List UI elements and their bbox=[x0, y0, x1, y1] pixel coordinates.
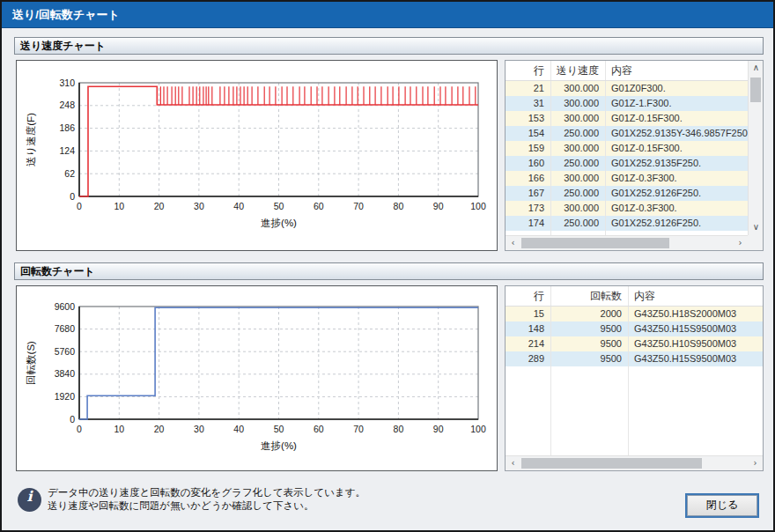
filler-cell bbox=[506, 366, 551, 455]
scrollbar-corner bbox=[748, 235, 763, 250]
horizontal-scroll-thumb[interactable] bbox=[521, 238, 669, 248]
svg-text:20: 20 bbox=[154, 201, 165, 211]
dialog-title: 送り/回転数チャート bbox=[2, 2, 773, 28]
svg-text:40: 40 bbox=[233, 201, 244, 211]
cell-content: G01X252.9126F250. bbox=[606, 186, 748, 201]
table-row[interactable]: 166300.000G01Z-0.3F300. bbox=[506, 171, 748, 186]
svg-text:40: 40 bbox=[233, 424, 244, 434]
feed-table-panel: 行送り速度内容21300.000G01Z0F300.31300.000G01Z-… bbox=[505, 60, 764, 251]
feed-table-horizontal-scrollbar[interactable]: ‹ › bbox=[506, 235, 748, 250]
svg-text:50: 50 bbox=[274, 424, 284, 434]
svg-text:124: 124 bbox=[59, 145, 75, 156]
scroll-down-icon[interactable]: ∨ bbox=[749, 220, 764, 235]
svg-text:70: 70 bbox=[353, 424, 364, 434]
table-row[interactable]: 154250.000G01X252.9135Y-346.9857F250. bbox=[506, 126, 748, 141]
svg-text:60: 60 bbox=[314, 201, 324, 211]
cell-line-number: 289 bbox=[506, 351, 551, 366]
table-row[interactable]: 31300.000G01Z-1.F300. bbox=[506, 96, 748, 111]
scroll-left-icon[interactable]: ‹ bbox=[506, 456, 520, 471]
cell-content: G01Z-0.15F300. bbox=[606, 111, 748, 126]
cell-line-number: 15 bbox=[506, 307, 551, 321]
col-header-line: 行 bbox=[506, 286, 551, 306]
svg-text:回転数(S): 回転数(S) bbox=[26, 341, 36, 385]
horizontal-scroll-thumb[interactable] bbox=[521, 458, 702, 469]
cell-line-number: 173 bbox=[506, 201, 551, 216]
scroll-right-icon[interactable]: › bbox=[733, 236, 748, 251]
spindle-table: 行回転数内容152000G43Z50.H18S2000M031489500G43… bbox=[506, 286, 763, 455]
col-header-value: 送り速度 bbox=[551, 61, 606, 80]
feed-chart-panel: 0102030405060708090100062124186248310進捗(… bbox=[16, 60, 498, 251]
cell-line-number: 31 bbox=[506, 96, 551, 111]
cell-value: 9500 bbox=[551, 351, 629, 366]
cell-line-number: 160 bbox=[506, 156, 551, 171]
svg-text:3840: 3840 bbox=[55, 368, 76, 379]
col-header-content: 内容 bbox=[629, 286, 763, 306]
cell-value: 300.000 bbox=[551, 96, 606, 111]
svg-text:7680: 7680 bbox=[55, 323, 76, 334]
table-row[interactable]: 2149500G43Z50.H10S9500M03 bbox=[506, 336, 763, 351]
cell-content: G01Z0F300. bbox=[606, 81, 748, 96]
svg-text:80: 80 bbox=[394, 424, 404, 434]
section-title-spindle: 回転数チャート bbox=[20, 265, 95, 277]
svg-text:送り速度(F): 送り速度(F) bbox=[26, 113, 36, 166]
cell-value: 2000 bbox=[551, 307, 629, 321]
feed-rate-chart: 0102030405060708090100062124186248310進捗(… bbox=[17, 61, 497, 250]
spindle-table-horizontal-scrollbar[interactable]: ‹ › bbox=[506, 455, 763, 470]
cell-value: 300.000 bbox=[551, 201, 606, 216]
info-text-line2: 送り速度や回転数に問題が無いかどうか確認して下さい。 bbox=[48, 499, 314, 513]
col-header-content: 内容 bbox=[606, 61, 748, 80]
cell-content: G01X252.9135F250. bbox=[606, 156, 748, 171]
cell-content: G43Z50.H10S9500M03 bbox=[629, 336, 763, 351]
vertical-scroll-thumb[interactable] bbox=[750, 78, 761, 102]
table-row[interactable]: 153300.000G01Z-0.15F300. bbox=[506, 111, 748, 126]
svg-text:30: 30 bbox=[194, 424, 204, 434]
table-row[interactable]: 159300.000G01Z-0.15F300. bbox=[506, 141, 748, 156]
cell-content: G01X252.9126F250. bbox=[606, 216, 748, 231]
cell-line-number: 154 bbox=[506, 126, 551, 141]
table-row[interactable]: 21300.000G01Z0F300. bbox=[506, 81, 748, 96]
cell-value: 250.000 bbox=[551, 186, 606, 201]
cell-value: 250.000 bbox=[551, 216, 606, 231]
table-header-row: 行回転数内容 bbox=[506, 286, 763, 307]
svg-text:90: 90 bbox=[433, 201, 444, 211]
cell-line-number: 21 bbox=[506, 81, 551, 96]
table-row[interactable]: 152000G43Z50.H18S2000M03 bbox=[506, 307, 763, 321]
table-row[interactable]: 160250.000G01X252.9135F250. bbox=[506, 156, 748, 171]
svg-text:100: 100 bbox=[470, 201, 486, 211]
section-header-feed: 送り速度チャート bbox=[14, 37, 764, 55]
svg-text:62: 62 bbox=[64, 168, 75, 179]
cell-line-number: 153 bbox=[506, 111, 551, 126]
table-row[interactable]: 174250.000G01X252.9126F250. bbox=[506, 216, 748, 231]
cell-content: G43Z50.H15S9500M03 bbox=[629, 321, 763, 336]
titlebar[interactable]: 送り/回転数チャート bbox=[2, 2, 773, 28]
svg-text:310: 310 bbox=[59, 78, 75, 88]
svg-text:0: 0 bbox=[77, 424, 82, 434]
cell-value: 300.000 bbox=[551, 111, 606, 126]
svg-text:9600: 9600 bbox=[55, 301, 76, 312]
cell-line-number: 214 bbox=[506, 336, 551, 351]
svg-text:10: 10 bbox=[114, 201, 124, 211]
cell-content: G01Z-0.3F300. bbox=[606, 201, 748, 216]
scroll-left-icon[interactable]: ‹ bbox=[506, 236, 520, 251]
svg-text:1920: 1920 bbox=[55, 391, 76, 402]
filler-cell bbox=[629, 366, 763, 455]
svg-text:0: 0 bbox=[77, 201, 82, 211]
scroll-up-icon[interactable]: ∧ bbox=[749, 61, 764, 76]
table-row[interactable]: 1489500G43Z50.H15S9500M03 bbox=[506, 321, 763, 336]
table-row[interactable]: 167250.000G01X252.9126F250. bbox=[506, 186, 748, 201]
table-row[interactable]: 2899500G43Z50.H15S9500M03 bbox=[506, 351, 763, 366]
feed-table-vertical-scrollbar[interactable]: ∧ ∨ bbox=[748, 61, 763, 235]
scroll-right-icon[interactable]: › bbox=[748, 456, 763, 471]
svg-text:0: 0 bbox=[70, 191, 75, 202]
cell-value: 300.000 bbox=[551, 81, 606, 96]
col-header-line: 行 bbox=[506, 61, 551, 80]
dialog-window: 送り/回転数チャート 送り速度チャート 01020304050607080901… bbox=[0, 0, 775, 532]
svg-text:80: 80 bbox=[394, 201, 404, 211]
close-button[interactable]: 閉じる bbox=[687, 495, 757, 516]
cell-line-number: 174 bbox=[506, 216, 551, 231]
cell-value: 9500 bbox=[551, 336, 629, 351]
cell-line-number: 167 bbox=[506, 186, 551, 201]
table-row[interactable]: 173300.000G01Z-0.3F300. bbox=[506, 201, 748, 216]
spindle-speed-chart: 0102030405060708090100019203840576076809… bbox=[17, 286, 497, 470]
svg-text:進捗(%): 進捗(%) bbox=[261, 218, 297, 228]
